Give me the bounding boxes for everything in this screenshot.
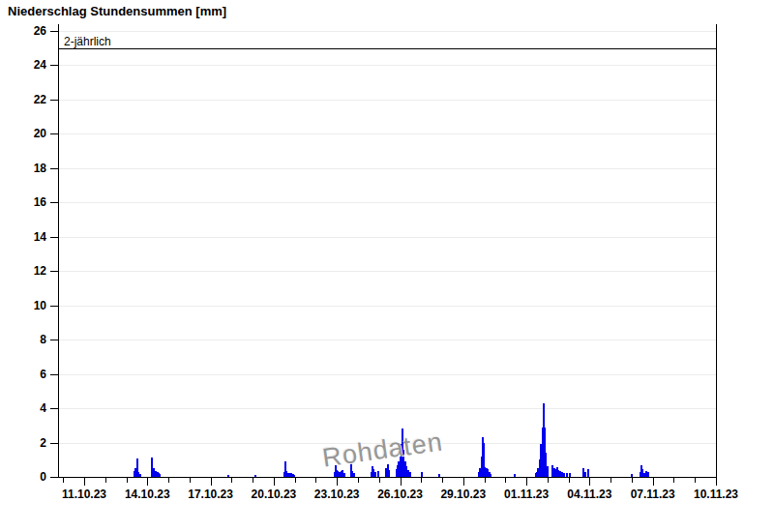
y-tick [50,271,58,272]
y-gridline [59,306,716,307]
x-tick [253,478,253,483]
x-tick-label: 23.10.23 [303,488,371,501]
precip-bar [584,472,586,477]
precip-bar [159,474,161,477]
precip-bar [227,475,229,477]
precip-bar [388,470,390,477]
y-tick-label: 12 [10,264,46,278]
x-tick-label: 14.10.23 [113,488,181,501]
x-tick-label: 01.11.23 [492,488,560,501]
y-tick [50,31,58,32]
x-tick [421,478,422,483]
y-tick [50,477,58,478]
y-tick [50,374,58,375]
y-tick [50,237,58,238]
y-tick [50,340,58,340]
x-tick [379,478,380,483]
y-tick-label: 8 [10,333,46,346]
y-tick [50,168,58,169]
precip-bar [587,469,589,477]
precip-bar [631,474,633,477]
x-tick-label: 10.11.23 [682,488,750,501]
precip-bar [377,471,379,477]
y-gridline [59,168,716,169]
y-tick-label: 22 [10,93,46,106]
x-tick-label: 26.10.23 [367,488,434,501]
precip-bar [139,474,141,477]
x-tick [442,478,443,483]
y-gridline [59,202,716,203]
y-tick-label: 20 [10,127,46,140]
x-tick-label: 20.10.23 [240,488,308,501]
precip-bar [421,472,423,477]
x-tick [274,478,275,486]
x-tick [127,478,128,483]
y-tick [50,100,58,101]
threshold-line [59,48,716,49]
x-tick [526,478,527,486]
precip-bar [490,474,491,477]
y-tick-label: 14 [10,230,46,244]
precip-bar [409,472,411,477]
y-tick-label: 16 [10,195,46,209]
y-gridline [59,237,716,238]
x-tick [315,478,316,483]
y-gridline [59,340,716,340]
watermark: Rohdaten [321,425,460,473]
x-tick [84,478,85,486]
x-tick [569,478,570,483]
y-tick-label: 6 [10,368,46,381]
x-tick [632,478,633,483]
x-tick-label: 11.10.23 [50,488,118,501]
y-tick [50,408,58,409]
y-tick-label: 24 [10,58,46,72]
y-tick [50,65,58,66]
x-tick [610,478,611,483]
precip-bar [647,472,649,477]
y-tick [50,133,58,134]
x-tick [105,478,106,483]
y-tick-label: 10 [10,299,46,312]
x-tick [463,478,464,486]
y-gridline [59,100,716,101]
y-gridline [59,374,716,375]
y-gridline [59,65,716,66]
y-gridline [59,408,716,409]
x-tick [295,478,296,483]
x-tick [485,478,486,483]
x-tick [147,478,148,486]
x-tick [505,478,506,483]
x-tick [695,478,696,483]
precip-bar [566,473,568,477]
y-tick [50,202,58,203]
y-gridline [59,271,716,272]
x-tick-label: 07.11.23 [619,488,687,501]
y-tick-label: 26 [10,24,46,38]
precip-bar [343,473,345,477]
precip-bar [254,475,256,477]
chart-title: Niederschlag Stundensummen [mm] [8,4,226,18]
precip-bar [514,474,516,477]
x-tick [589,478,590,486]
y-tick-label: 2 [10,436,46,450]
x-tick [231,478,232,483]
precip-bar [547,466,549,477]
x-tick [190,478,191,483]
x-tick [673,478,674,483]
y-gridline [59,31,716,32]
precip-bar [569,473,571,477]
x-tick [337,478,338,486]
y-tick-label: 18 [10,162,46,175]
precip-bar [353,473,355,477]
x-tick [63,478,64,483]
threshold-label: 2-jährlich [64,35,111,48]
x-tick [168,478,169,483]
x-tick [211,478,212,486]
x-tick [716,478,717,486]
precip-bar [438,474,440,477]
y-tick [50,443,58,444]
x-tick [401,478,402,486]
y-tick-label: 0 [10,470,46,484]
plot-area: 2-jährlich Rohdaten [58,24,717,478]
y-tick [50,306,58,307]
